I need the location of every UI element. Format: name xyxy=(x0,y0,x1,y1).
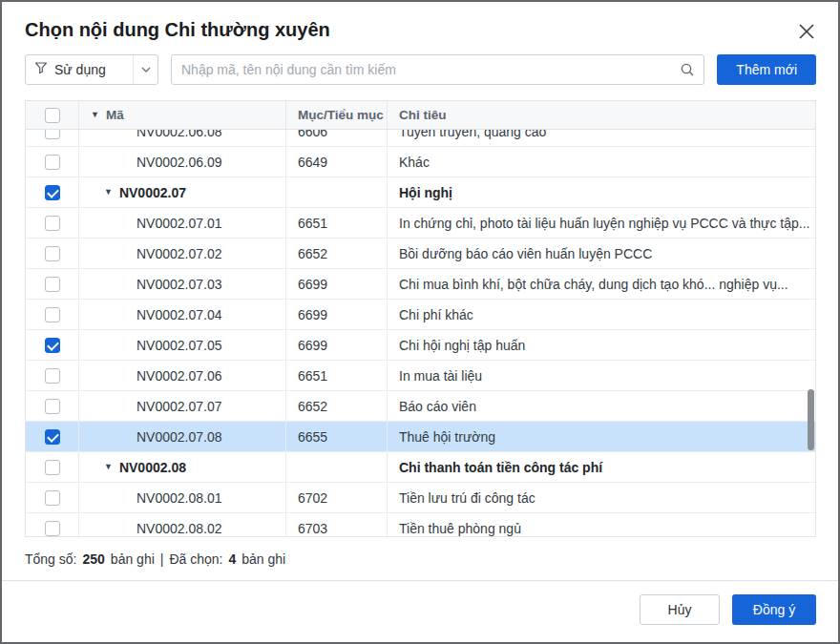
row-code-cell: ▼ NV0002.07 xyxy=(79,177,286,207)
row-code-cell: ▼ NV0002.07.02 xyxy=(79,239,286,268)
vertical-scrollbar-thumb[interactable] xyxy=(808,389,814,450)
row-checkbox[interactable] xyxy=(45,521,60,536)
table-row[interactable]: ▼ NV0002.08.01 6702 Tiền lưu trú đi công… xyxy=(26,483,815,513)
row-code-cell: ▼ NV0002.07.01 xyxy=(79,208,286,238)
row-target: Thuê hội trường xyxy=(388,422,815,451)
row-checkbox-cell xyxy=(26,239,79,268)
header-checkbox[interactable] xyxy=(45,108,60,123)
row-target: Tiền thuê phòng ngủ xyxy=(388,513,815,536)
row-checkbox[interactable] xyxy=(45,155,60,170)
row-item: 6655 xyxy=(286,422,388,451)
table-row[interactable]: ▼ NV0002.07.06 6651 In mua tài liệu xyxy=(26,361,815,391)
row-code: NV0002.07.07 xyxy=(136,399,222,414)
row-checkbox[interactable] xyxy=(45,246,60,261)
row-code: NV0002.08.01 xyxy=(136,490,222,506)
search-input[interactable] xyxy=(171,54,704,85)
row-item: 6699 xyxy=(286,269,388,299)
row-checkbox[interactable] xyxy=(45,307,60,322)
add-new-button[interactable]: Thêm mới xyxy=(717,54,816,85)
row-code-cell: ▼ NV0002.07.05 xyxy=(79,330,286,360)
table-row[interactable]: ▼ NV0002.08.02 6703 Tiền thuê phòng ngủ xyxy=(26,513,815,536)
row-item: 6699 xyxy=(286,300,388,329)
table-row[interactable]: ▼ NV0002.07.07 6652 Báo cáo viên xyxy=(26,391,815,422)
row-checkbox-cell xyxy=(26,361,79,390)
column-header-target[interactable]: Chỉ tiêu xyxy=(388,101,815,129)
confirm-button[interactable]: Đồng ý xyxy=(732,594,816,625)
total-value: 250 xyxy=(82,551,104,567)
row-target: Báo cáo viên xyxy=(388,391,815,421)
table-row[interactable]: ▼ NV0002.07.01 6651 In chứng chỉ, photo … xyxy=(26,208,815,239)
row-checkbox[interactable] xyxy=(45,185,60,200)
dialog-header: Chọn nội dung Chi thường xuyên xyxy=(2,2,838,54)
row-code-cell: ▼ NV0002.06.09 xyxy=(79,147,286,177)
table-row[interactable]: ▼ NV0002.06.08 6606 Tuyên truyền, quảng … xyxy=(26,130,815,147)
status-bar: Tổng số: 250 bản ghi | Đã chọn: 4 bản gh… xyxy=(2,537,838,567)
row-item: 6703 xyxy=(286,513,388,536)
caret-down-icon[interactable]: ▼ xyxy=(104,463,113,471)
table-header: ▼ Mã Mục/Tiểu mục Chỉ tiêu xyxy=(26,101,815,130)
table-row[interactable]: ▼ NV0002.07.04 6699 Chi phí khác xyxy=(26,300,815,330)
total-unit: bản ghi xyxy=(111,551,155,567)
toolbar: Sử dụng Thêm mới xyxy=(2,54,838,85)
column-header-code[interactable]: ▼ Mã xyxy=(79,101,286,129)
table-row[interactable]: ▼ NV0002.07 Hội nghị xyxy=(26,177,815,208)
header-checkbox-cell xyxy=(26,101,79,129)
row-checkbox-cell xyxy=(26,452,79,482)
table-row[interactable]: ▼ NV0002.07.03 6699 Chi mua bình khí, bộ… xyxy=(26,269,815,300)
row-checkbox-cell xyxy=(26,269,79,299)
row-code: NV0002.06.08 xyxy=(136,130,222,139)
row-checkbox[interactable] xyxy=(45,429,60,445)
row-code-cell: ▼ NV0002.07.03 xyxy=(79,269,286,299)
chevron-down-icon[interactable] xyxy=(133,55,158,84)
row-checkbox-cell xyxy=(26,391,79,421)
sort-caret-icon[interactable]: ▼ xyxy=(91,111,99,119)
row-checkbox[interactable] xyxy=(45,490,60,506)
close-icon[interactable] xyxy=(796,21,817,42)
caret-down-icon[interactable]: ▼ xyxy=(104,188,113,197)
row-item: 6699 xyxy=(286,330,388,360)
row-target: Hội nghị xyxy=(388,177,815,207)
table-row[interactable]: ▼ NV0002.08 Chi thanh toán tiền công tác… xyxy=(26,452,815,483)
search-box xyxy=(171,54,704,85)
dialog-title: Chọn nội dung Chi thường xuyên xyxy=(25,19,815,41)
column-header-item[interactable]: Mục/Tiểu mục xyxy=(286,101,388,129)
row-checkbox[interactable] xyxy=(45,460,60,475)
table-row[interactable]: ▼ NV0002.07.08 6655 Thuê hội trường xyxy=(26,422,815,452)
row-checkbox[interactable] xyxy=(45,216,60,231)
row-checkbox[interactable] xyxy=(45,368,60,384)
row-checkbox-cell xyxy=(26,422,79,451)
search-icon[interactable] xyxy=(680,62,695,81)
cancel-button[interactable]: Hủy xyxy=(640,594,720,625)
row-target: In mua tài liệu xyxy=(388,361,815,390)
row-target: Chi hội nghị tập huấn xyxy=(388,330,815,360)
funnel-icon xyxy=(34,61,48,78)
filter-dropdown[interactable]: Sử dụng xyxy=(25,54,158,85)
row-checkbox[interactable] xyxy=(45,399,60,414)
row-code: NV0002.07.02 xyxy=(136,246,222,261)
row-item: 6649 xyxy=(286,147,388,177)
table-row[interactable]: ▼ NV0002.07.05 6699 Chi hội nghị tập huấ… xyxy=(26,330,815,361)
table-row[interactable]: ▼ NV0002.07.02 6652 Bồi dưỡng báo cáo vi… xyxy=(26,239,815,269)
selected-value: 4 xyxy=(228,551,236,567)
filter-selected-value: Sử dụng xyxy=(54,62,133,77)
row-checkbox[interactable] xyxy=(45,338,60,353)
row-item xyxy=(286,452,388,482)
row-target: Khác xyxy=(388,147,815,177)
row-checkbox[interactable] xyxy=(45,130,60,139)
row-checkbox-cell xyxy=(26,177,79,207)
total-label: Tổng số: xyxy=(25,551,76,567)
selected-label: Đã chọn: xyxy=(169,551,222,567)
row-item: 6702 xyxy=(286,483,388,512)
row-checkbox-cell xyxy=(26,300,79,329)
row-code: NV0002.07 xyxy=(119,185,186,200)
table-row[interactable]: ▼ NV0002.06.09 6649 Khác xyxy=(26,147,815,177)
row-code: NV0002.07.01 xyxy=(136,216,222,231)
row-code-cell: ▼ NV0002.08.01 xyxy=(79,483,286,512)
row-checkbox-cell xyxy=(26,330,79,360)
row-code: NV0002.07.05 xyxy=(136,338,222,353)
row-checkbox[interactable] xyxy=(45,277,60,292)
row-code-cell: ▼ NV0002.07.04 xyxy=(79,300,286,329)
row-code: NV0002.08 xyxy=(119,460,186,475)
row-checkbox-cell xyxy=(26,208,79,238)
row-item xyxy=(286,177,388,207)
